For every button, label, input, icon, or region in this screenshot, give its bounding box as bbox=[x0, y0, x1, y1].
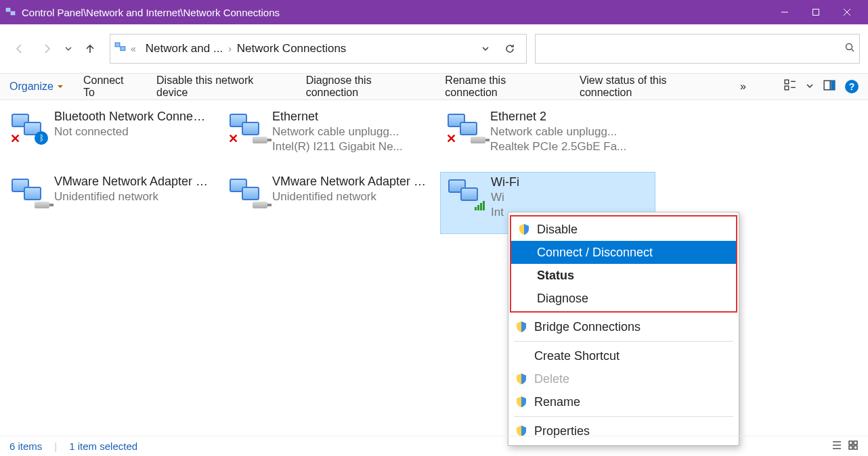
connection-status: Wi bbox=[491, 191, 519, 204]
shield-icon bbox=[515, 321, 527, 332]
svg-rect-11 bbox=[785, 86, 789, 90]
connection-device: Realtek PCIe 2.5GbE Fa... bbox=[490, 140, 626, 154]
view-status-button[interactable]: View status of this connection bbox=[580, 74, 721, 99]
titlebar: Control Panel\Network and Internet\Netwo… bbox=[0, 0, 868, 24]
shield-icon bbox=[515, 373, 527, 384]
overflow-button[interactable]: » bbox=[740, 81, 746, 93]
ctx-label: Disable bbox=[537, 223, 578, 237]
ctx-connect-disconnect[interactable]: Connect / Disconnect bbox=[511, 241, 736, 264]
network-adapter-icon bbox=[445, 175, 484, 210]
large-icons-view-icon[interactable] bbox=[848, 440, 859, 453]
view-options-chevron-icon[interactable] bbox=[806, 81, 814, 93]
context-menu-highlighted-group: Disable Connect / Disconnect Status Diag… bbox=[510, 215, 737, 313]
network-adapter-icon: ✕ bbox=[444, 110, 483, 145]
svg-rect-3 bbox=[813, 9, 819, 16]
search-icon bbox=[844, 42, 855, 55]
address-bar[interactable]: « Network and ... › Network Connections bbox=[110, 34, 527, 64]
svg-rect-10 bbox=[785, 80, 789, 84]
connection-status: Unidentified network bbox=[272, 190, 428, 204]
network-adapter-icon: ✕ bbox=[226, 110, 265, 145]
connection-name: Ethernet 2 bbox=[490, 110, 626, 124]
minimize-button[interactable] bbox=[769, 0, 800, 24]
ctx-label: Bridge Connections bbox=[534, 320, 641, 334]
connection-ethernet[interactable]: ✕ Ethernet Network cable unplugg... Inte… bbox=[222, 107, 437, 169]
breadcrumb-seg-2[interactable]: Network Connections bbox=[232, 42, 352, 55]
connection-bluetooth[interactable]: ✕ᛒ Bluetooth Network Connection Not conn… bbox=[4, 107, 219, 169]
svg-rect-0 bbox=[6, 8, 10, 12]
status-separator: | bbox=[54, 440, 57, 452]
ctx-status[interactable]: Status bbox=[511, 264, 736, 287]
connection-status: Unidentified network bbox=[54, 190, 210, 204]
preview-pane-icon[interactable] bbox=[823, 79, 836, 94]
context-menu: Disable Connect / Disconnect Status Diag… bbox=[508, 212, 739, 446]
status-item-count: 6 items bbox=[9, 440, 42, 452]
back-button[interactable] bbox=[8, 37, 31, 60]
connection-vmnet8[interactable]: VMware Network Adapter VMnet8 Unidentifi… bbox=[222, 172, 437, 234]
status-selected-count: 1 item selected bbox=[69, 440, 137, 452]
ctx-rename[interactable]: Rename bbox=[508, 390, 739, 413]
connection-status: Network cable unplugg... bbox=[272, 125, 403, 139]
navbar: « Network and ... › Network Connections bbox=[0, 24, 868, 73]
connection-status: Network cable unplugg... bbox=[490, 125, 626, 139]
connection-device: Intel(R) I211 Gigabit Ne... bbox=[272, 140, 403, 154]
svg-rect-20 bbox=[849, 441, 852, 444]
command-bar: Organize Connect To Disable this network… bbox=[0, 73, 868, 100]
connection-ethernet-2[interactable]: ✕ Ethernet 2 Network cable unplugg... Re… bbox=[440, 107, 655, 169]
connection-vmnet1[interactable]: VMware Network Adapter VMnet1 Unidentifi… bbox=[4, 172, 219, 234]
connection-name: Wi-Fi bbox=[491, 175, 519, 189]
shield-icon bbox=[515, 396, 527, 407]
svg-rect-23 bbox=[854, 446, 857, 449]
network-adapter-icon bbox=[8, 175, 47, 210]
svg-rect-6 bbox=[115, 43, 120, 47]
shield-icon bbox=[515, 426, 527, 436]
up-button[interactable] bbox=[79, 37, 102, 60]
connection-status: Not connected bbox=[54, 125, 210, 139]
ctx-label: Rename bbox=[534, 395, 580, 409]
ctx-create-shortcut[interactable]: Create Shortcut bbox=[508, 344, 739, 367]
ctx-label: Delete bbox=[534, 372, 569, 386]
diagnose-connection-button[interactable]: Diagnose this connection bbox=[306, 74, 427, 99]
details-view-icon[interactable] bbox=[831, 440, 842, 453]
search-box[interactable] bbox=[535, 34, 860, 64]
ctx-label: Diagnose bbox=[537, 292, 588, 306]
network-adapter-icon bbox=[226, 175, 265, 210]
forward-button[interactable] bbox=[35, 37, 58, 60]
address-dropdown-button[interactable] bbox=[473, 37, 498, 61]
ctx-bridge-connections[interactable]: Bridge Connections bbox=[508, 315, 739, 338]
organize-menu[interactable]: Organize bbox=[9, 81, 64, 93]
svg-rect-22 bbox=[849, 446, 852, 449]
close-button[interactable] bbox=[831, 0, 863, 24]
svg-line-9 bbox=[852, 49, 854, 52]
refresh-button[interactable] bbox=[498, 37, 522, 61]
breadcrumb-seg-1[interactable]: Network and ... bbox=[140, 42, 228, 55]
connection-name: VMware Network Adapter VMnet1 bbox=[54, 175, 210, 189]
context-menu-separator bbox=[514, 416, 733, 417]
connection-name: VMware Network Adapter VMnet8 bbox=[272, 175, 428, 189]
ctx-label: Status bbox=[537, 269, 574, 283]
connection-name: Bluetooth Network Connection bbox=[54, 110, 210, 124]
address-icon bbox=[114, 41, 127, 56]
help-icon[interactable]: ? bbox=[845, 80, 859, 93]
connect-to-button[interactable]: Connect To bbox=[83, 74, 137, 99]
recent-locations-button[interactable] bbox=[62, 45, 74, 53]
svg-rect-7 bbox=[121, 47, 125, 51]
ctx-disable[interactable]: Disable bbox=[511, 218, 736, 241]
ctx-label: Connect / Disconnect bbox=[537, 246, 653, 260]
svg-rect-16 bbox=[831, 81, 835, 90]
ctx-delete: Delete bbox=[508, 367, 739, 390]
window-title: Control Panel\Network and Internet\Netwo… bbox=[22, 7, 769, 18]
svg-rect-21 bbox=[854, 441, 857, 444]
rename-connection-button[interactable]: Rename this connection bbox=[445, 74, 561, 99]
breadcrumb-prev-icon[interactable]: « bbox=[127, 43, 140, 54]
organize-label: Organize bbox=[9, 81, 53, 93]
svg-point-8 bbox=[846, 44, 852, 50]
window-buttons bbox=[769, 0, 863, 24]
ctx-label: Create Shortcut bbox=[534, 349, 620, 363]
connection-name: Ethernet bbox=[272, 110, 403, 124]
maximize-button[interactable] bbox=[800, 0, 831, 24]
view-options-icon[interactable] bbox=[784, 79, 796, 94]
status-bar: 6 items | 1 item selected bbox=[0, 436, 868, 456]
context-menu-separator bbox=[514, 341, 733, 342]
disable-device-button[interactable]: Disable this network device bbox=[156, 74, 287, 99]
ctx-diagnose[interactable]: Diagnose bbox=[511, 287, 736, 310]
